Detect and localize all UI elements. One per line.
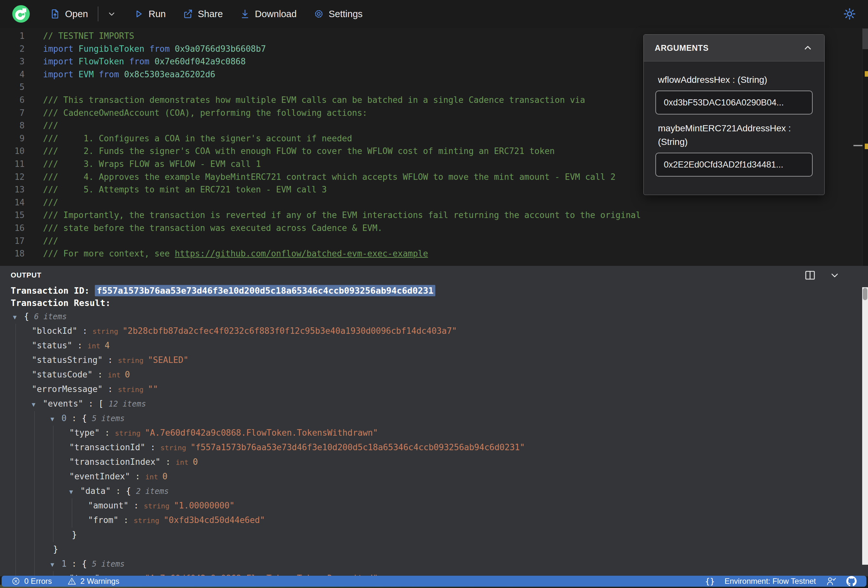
indent-guide (53, 528, 53, 542)
editor-scrollbar[interactable] (862, 28, 868, 266)
colon: : (145, 442, 161, 452)
code-segment: from (99, 69, 119, 79)
open-file-icon (50, 9, 60, 19)
collapse-toggle[interactable]: ▼ (50, 412, 62, 426)
editor-scrollbar-thumb[interactable] (862, 28, 868, 49)
json-value: "" (148, 384, 158, 394)
split-view-icon[interactable] (804, 270, 816, 281)
code-line[interactable]: /// Importantly, the transaction is reve… (43, 209, 858, 222)
transaction-id-label: Transaction ID: (11, 286, 95, 296)
code-segment: /// 2. Funds the signer's COA with enoug… (43, 146, 555, 156)
theme-toggle-button[interactable] (843, 7, 856, 22)
indent-guide (53, 455, 53, 469)
open-brace: { (82, 413, 92, 423)
wflow-address-input[interactable] (655, 91, 813, 115)
code-segment: /// Importantly, the transaction is reve… (43, 210, 641, 220)
share-button[interactable]: Share (183, 9, 223, 19)
colon: : (128, 501, 144, 510)
settings-button[interactable]: Settings (314, 9, 363, 19)
code-segment (144, 44, 149, 54)
scrollbar-position-tick (853, 145, 862, 146)
code-segment: /// (43, 197, 58, 207)
colon: : (93, 370, 108, 379)
items-count: 6 items (34, 312, 67, 321)
maybe-mint-erc721-address-input[interactable] (655, 153, 813, 177)
line-number: 4 (0, 68, 25, 81)
collapse-toggle[interactable]: ▼ (69, 485, 80, 499)
code-segment: from (149, 44, 170, 54)
json-value: 0 (125, 370, 130, 379)
items-count: 5 items (92, 560, 125, 569)
json-key: "blockId" (32, 326, 77, 336)
code-line[interactable]: /// state before the transaction was exe… (43, 222, 858, 235)
json-tree-row: ▼"events" : [ 12 items (0, 396, 860, 411)
errors-indicator[interactable]: 0 Errors (11, 577, 52, 586)
code-segment: /// 5. Attempts to mint an ERC721 token … (43, 185, 327, 195)
indent-guide (53, 484, 53, 498)
code-segment (94, 69, 99, 79)
json-tree-row: ▼1 : { 5 items (0, 557, 860, 571)
json-value: "SEALED" (148, 355, 188, 365)
line-number: 14 (0, 196, 25, 209)
github-icon[interactable] (846, 576, 857, 587)
colon: : (118, 515, 134, 525)
indent-guide (34, 426, 35, 440)
output-scrollbar-thumb[interactable] (863, 288, 867, 300)
transaction-id-value[interactable]: f557a1573b76aa53e73d46f3e10d200d5c18a653… (95, 285, 435, 296)
collapse-toggle[interactable]: ▼ (50, 557, 62, 572)
colon: : (83, 399, 98, 408)
open-button[interactable]: Open (50, 9, 88, 19)
chevron-up-icon[interactable] (802, 42, 813, 53)
collapse-toggle[interactable]: ▼ (13, 310, 24, 324)
code-segment: import (43, 57, 74, 66)
collapse-panel-chevron-icon[interactable] (829, 270, 840, 281)
open-brace: { (24, 311, 34, 321)
json-tree-row: ▼{ 6 items (0, 309, 860, 324)
output-scrollbar[interactable] (862, 287, 868, 565)
code-segment: /// (43, 236, 58, 246)
code-segment: /// 4. Approves the example MaybeMintERC… (43, 172, 616, 182)
code-segment: import (43, 44, 74, 54)
environment-label[interactable]: Environment: Flow Testnet (725, 577, 816, 586)
code-line[interactable]: /// For more context, see https://github… (43, 248, 858, 260)
code-segment: /// This transaction demonstrates how mu… (43, 95, 585, 105)
line-number: 9 (0, 132, 25, 145)
indent-guide (34, 542, 35, 557)
code-segment: FlowToken (79, 57, 124, 66)
value-type: int (87, 342, 105, 350)
run-button[interactable]: Run (133, 9, 166, 19)
code-segment: /// For more context, see (43, 249, 175, 258)
indent-guide (72, 498, 72, 513)
json-tree-row: } (0, 542, 860, 557)
open-dropdown-button[interactable] (107, 9, 117, 19)
value-type: int (108, 371, 125, 379)
indent-guide (34, 528, 35, 542)
line-number: 18 (0, 248, 25, 260)
download-button[interactable]: Download (240, 9, 297, 19)
code-segment: /// (43, 121, 58, 130)
arguments-panel-header[interactable]: ARGUMENTS (644, 35, 824, 62)
code-line[interactable]: /// (43, 235, 858, 248)
code-link[interactable]: https://github.com/onflow/batched-evm-ex… (175, 249, 428, 258)
array-index: 0 (62, 413, 67, 423)
json-tree-row: } (0, 528, 860, 542)
open-brace: { (82, 559, 92, 569)
line-number: 17 (0, 235, 25, 248)
colon: : (130, 472, 145, 481)
feedback-person-icon[interactable] (825, 576, 837, 587)
code-segment: EVM (79, 69, 94, 79)
colon: : (103, 384, 118, 394)
run-play-icon (133, 9, 144, 19)
transaction-result-label: Transaction Result: (0, 296, 860, 308)
code-line[interactable]: /// (43, 196, 858, 209)
settings-label: Settings (329, 9, 363, 19)
toolbar: Open Run Share Downlo (0, 0, 868, 28)
scrollbar-warning-mark (865, 144, 868, 149)
json-key: "from" (88, 515, 118, 525)
warnings-indicator[interactable]: 2 Warnings (67, 577, 120, 586)
json-tree-row: "statusCode" : int 0 (0, 367, 860, 382)
json-tree-row: "statusString" : string "SEALED" (0, 353, 860, 367)
indent-guide (53, 498, 53, 513)
collapse-toggle[interactable]: ▼ (32, 397, 43, 412)
json-tree-row: "eventIndex" : int 0 (0, 469, 860, 484)
